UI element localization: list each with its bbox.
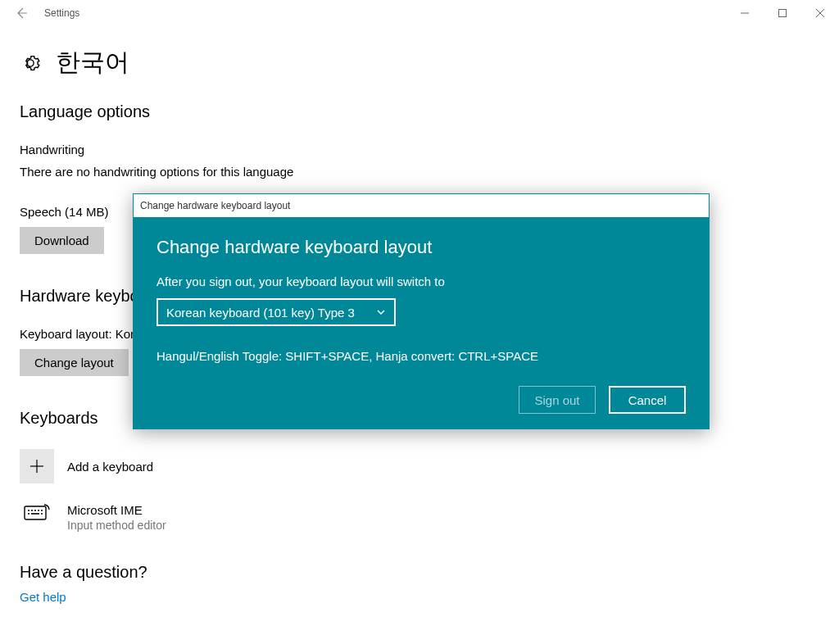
ime-subtitle: Input method editor xyxy=(67,519,166,532)
window-title: Settings xyxy=(44,7,79,19)
minimize-button[interactable] xyxy=(726,0,764,26)
keyboard-icon xyxy=(20,503,54,523)
sign-out-button[interactable]: Sign out xyxy=(519,386,596,414)
svg-point-8 xyxy=(31,510,33,511)
page-title: 한국어 xyxy=(56,46,129,79)
language-options-heading: Language options xyxy=(20,102,819,121)
page-header: 한국어 xyxy=(20,46,819,79)
dialog-buttons: Sign out Cancel xyxy=(156,386,686,414)
svg-point-12 xyxy=(28,513,29,515)
back-arrow-icon xyxy=(15,7,28,20)
titlebar: Settings xyxy=(0,0,839,26)
download-button[interactable]: Download xyxy=(20,227,104,254)
chevron-down-icon xyxy=(376,307,386,317)
svg-point-7 xyxy=(28,510,29,511)
close-icon xyxy=(816,9,824,17)
dialog-heading: Change hardware keyboard layout xyxy=(156,237,686,258)
back-button[interactable] xyxy=(10,2,33,25)
get-help-link[interactable]: Get help xyxy=(20,590,819,604)
change-layout-button[interactable]: Change layout xyxy=(20,349,129,376)
svg-point-9 xyxy=(34,510,36,511)
minimize-icon xyxy=(741,9,749,17)
maximize-icon xyxy=(778,9,787,17)
dialog-lead-text: After you sign out, your keyboard layout… xyxy=(156,274,686,288)
keyboard-layout-select[interactable]: Korean keyboard (101 key) Type 3 xyxy=(156,298,396,326)
close-button[interactable] xyxy=(801,0,839,26)
svg-point-11 xyxy=(41,510,43,511)
svg-rect-1 xyxy=(779,10,787,17)
dialog-hint: Hangul/English Toggle: SHIFT+SPACE, Hanj… xyxy=(156,349,686,363)
help-heading: Have a question? xyxy=(20,563,819,582)
svg-rect-6 xyxy=(25,506,46,519)
dialog-body: Change hardware keyboard layout After yo… xyxy=(134,217,709,429)
window-controls xyxy=(726,0,839,26)
dialog-titlebar: Change hardware keyboard layout xyxy=(134,194,709,217)
handwriting-label: Handwriting xyxy=(20,143,819,156)
ime-name: Microsoft IME xyxy=(67,503,166,517)
svg-point-14 xyxy=(41,513,43,515)
add-keyboard-row[interactable]: Add a keyboard xyxy=(20,449,819,483)
add-keyboard-label: Add a keyboard xyxy=(67,460,153,474)
select-value: Korean keyboard (101 key) Type 3 xyxy=(166,306,355,320)
gear-icon xyxy=(20,52,41,74)
add-keyboard-tile xyxy=(20,449,54,483)
cancel-button[interactable]: Cancel xyxy=(609,386,686,414)
handwriting-status: There are no handwriting options for thi… xyxy=(20,165,819,179)
ime-row[interactable]: Microsoft IME Input method editor xyxy=(20,503,819,532)
svg-point-10 xyxy=(38,510,39,511)
maximize-button[interactable] xyxy=(764,0,801,26)
svg-rect-13 xyxy=(31,513,39,515)
change-layout-dialog: Change hardware keyboard layout Change h… xyxy=(133,193,710,429)
plus-icon xyxy=(29,458,45,474)
